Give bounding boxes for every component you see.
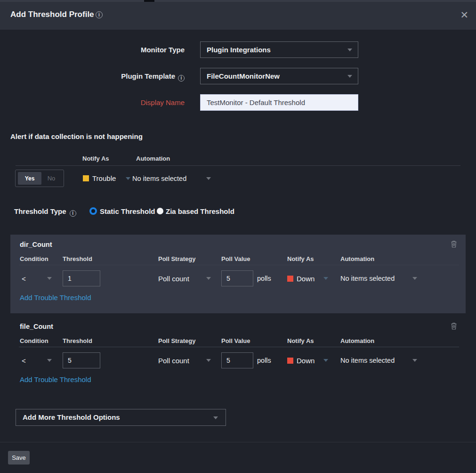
notify-as-value: Down — [297, 275, 315, 283]
radio-zia-threshold[interactable] — [157, 208, 163, 214]
threshold-input[interactable] — [63, 352, 100, 368]
info-icon[interactable]: i — [178, 75, 185, 82]
threshold-input[interactable] — [63, 270, 100, 286]
column-header-notify-as: Notify As — [287, 337, 314, 344]
column-header-notify-as: Notify As — [287, 255, 314, 262]
notify-as-select[interactable]: Down — [287, 352, 328, 368]
delete-attribute-button[interactable] — [451, 322, 457, 331]
toggle-yes[interactable]: Yes — [18, 172, 41, 185]
add-trouble-threshold-link[interactable]: Add Trouble Threshold — [20, 375, 91, 383]
monitor-type-value: Plugin Integrations — [207, 46, 271, 54]
chevron-down-icon — [347, 49, 352, 51]
close-icon[interactable]: ✕ — [460, 9, 468, 21]
poll-unit-label: polls — [257, 270, 271, 286]
attribute-name: file_Count — [20, 323, 53, 330]
notify-as-select[interactable]: Down — [287, 270, 328, 286]
chevron-down-icon — [206, 359, 211, 362]
chevron-down-icon — [323, 359, 328, 362]
attribute-card-file-count: file_Count Condition Threshold Poll Stra… — [10, 317, 466, 392]
severity-color-swatch — [83, 175, 89, 181]
threshold-type-label-text: Threshold Type — [14, 207, 66, 215]
column-header-poll-value: Poll Value — [221, 255, 250, 262]
poll-strategy-value: Poll count — [158, 275, 189, 283]
column-header-threshold: Threshold — [63, 337, 92, 344]
add-threshold-profile-modal: Add Threshold Profile i ✕ Monitor Type P… — [0, 0, 476, 473]
chevron-down-icon — [126, 177, 130, 180]
column-header-poll-value: Poll Value — [221, 337, 250, 344]
column-header-condition: Condition — [20, 255, 48, 262]
column-header-threshold: Threshold — [63, 255, 92, 262]
plugin-template-value: FileCountMonitorNew — [207, 72, 280, 80]
poll-value-input[interactable] — [221, 352, 253, 368]
add-more-label: Add More Threshold Options — [23, 413, 120, 421]
divider — [16, 165, 460, 166]
automation-value: No items selected — [340, 275, 395, 282]
page-title: Add Threshold Profile — [10, 10, 94, 19]
notify-as-value: Down — [297, 357, 315, 365]
chevron-down-icon — [213, 416, 218, 419]
poll-strategy-select[interactable]: Poll count — [158, 270, 211, 286]
automation-header: Automation — [136, 155, 170, 162]
info-icon[interactable]: i — [96, 11, 103, 18]
poll-strategy-value: Poll count — [158, 357, 189, 365]
info-icon[interactable]: i — [70, 210, 76, 217]
condition-value: < — [22, 275, 26, 283]
chevron-down-icon — [47, 277, 52, 280]
poll-strategy-select[interactable]: Poll count — [158, 352, 211, 368]
alert-automation-select[interactable]: No items selected — [132, 170, 211, 187]
condition-select[interactable]: < — [20, 352, 54, 368]
display-name-label: Display Name — [0, 94, 185, 111]
column-header-automation: Automation — [340, 255, 374, 262]
column-header-automation: Automation — [340, 337, 374, 344]
delete-attribute-button[interactable] — [451, 240, 457, 249]
chevron-down-icon — [412, 359, 417, 362]
attribute-name: dir_Count — [20, 241, 52, 248]
alert-automation-value: No items selected — [132, 175, 186, 182]
plugin-template-select[interactable]: FileCountMonitorNew — [200, 68, 358, 84]
chevron-down-icon — [347, 75, 352, 78]
severity-color-swatch — [287, 276, 293, 282]
poll-unit-label: polls — [257, 352, 271, 368]
attribute-card-dir-count: dir_Count Condition Threshold Poll Strat… — [10, 235, 466, 313]
monitor-type-select[interactable]: Plugin Integrations — [200, 41, 358, 58]
radio-static-threshold[interactable] — [89, 207, 97, 215]
zia-threshold-label[interactable]: Zia based Threshold — [166, 207, 234, 215]
chevron-down-icon — [206, 177, 211, 180]
chevron-down-icon — [323, 277, 328, 280]
static-threshold-label[interactable]: Static Threshold — [100, 207, 155, 215]
notify-as-header: Notify As — [82, 155, 109, 162]
alert-yes-no-toggle[interactable]: Yes No — [15, 170, 64, 187]
condition-value: < — [22, 357, 26, 365]
chevron-down-icon — [47, 359, 52, 362]
column-header-poll-strategy: Poll Strategy — [158, 255, 195, 262]
add-more-threshold-options-select[interactable]: Add More Threshold Options — [16, 409, 226, 426]
automation-select[interactable]: No items selected — [340, 270, 417, 286]
column-header-poll-strategy: Poll Strategy — [158, 337, 195, 344]
divider — [19, 265, 459, 265]
condition-select[interactable]: < — [20, 270, 54, 286]
trash-icon — [451, 322, 457, 330]
chevron-down-icon — [206, 277, 211, 280]
plugin-template-label-text: Plugin Template — [121, 72, 175, 80]
save-button[interactable]: Save — [8, 451, 30, 465]
alert-notify-as-select[interactable]: Trouble — [83, 170, 130, 187]
threshold-type-label: Threshold Typei — [14, 207, 76, 217]
modal-header: Add Threshold Profile i ✕ — [0, 2, 476, 30]
chevron-down-icon — [412, 277, 417, 280]
automation-select[interactable]: No items selected — [340, 352, 417, 368]
automation-value: No items selected — [340, 357, 395, 364]
add-trouble-threshold-link[interactable]: Add Trouble Threshold — [20, 294, 91, 302]
divider — [0, 442, 476, 442]
column-header-condition: Condition — [20, 337, 48, 344]
toggle-no[interactable]: No — [41, 172, 61, 185]
alert-notify-value: Trouble — [92, 174, 116, 182]
display-name-input[interactable] — [200, 94, 358, 111]
divider — [19, 347, 459, 347]
monitor-type-label: Monitor Type — [0, 41, 185, 58]
poll-value-input[interactable] — [221, 270, 253, 286]
trash-icon — [451, 240, 457, 248]
plugin-template-label: Plugin Templatei — [0, 68, 185, 84]
alert-section-title: Alert if data collection is not happenin… — [10, 132, 143, 140]
severity-color-swatch — [287, 358, 293, 364]
